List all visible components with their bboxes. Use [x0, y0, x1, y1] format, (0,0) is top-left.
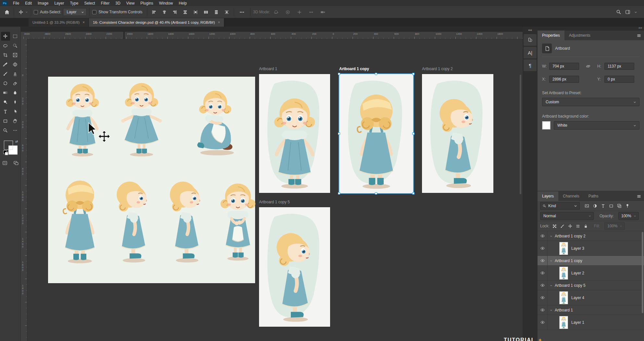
- y-field[interactable]: 0 px: [604, 76, 634, 83]
- lock-transparency-icon[interactable]: [552, 224, 557, 229]
- layer-row[interactable]: Artboard 1 copy 2: [538, 231, 644, 241]
- align-vertical-centers-icon[interactable]: [160, 8, 169, 16]
- artboard-label[interactable]: Artboard 1 copy 5: [259, 200, 290, 204]
- lock-all-icon[interactable]: [583, 224, 588, 229]
- panel-menu-icon[interactable]: [637, 33, 641, 38]
- visibility-eye-icon[interactable]: [538, 290, 548, 305]
- menu-item[interactable]: Select: [81, 1, 98, 6]
- group-chevron-icon[interactable]: [548, 259, 555, 262]
- blur-tool[interactable]: [11, 88, 20, 97]
- menu-item[interactable]: Image: [35, 1, 51, 6]
- 3d-orbit-icon[interactable]: [272, 8, 280, 16]
- show-transform-checkbox[interactable]: [92, 10, 96, 14]
- layer-row[interactable]: Layer 4: [538, 290, 644, 305]
- panel-tab[interactable]: Paths: [584, 191, 603, 201]
- brush-tool[interactable]: [1, 69, 10, 78]
- clone-stamp-tool[interactable]: [11, 69, 20, 78]
- 3d-slide-icon[interactable]: [307, 8, 316, 16]
- align-horizontal-centers-icon[interactable]: [181, 8, 190, 16]
- hand-tool[interactable]: [11, 117, 20, 125]
- panel-tab[interactable]: Properties: [538, 31, 564, 40]
- visibility-eye-icon[interactable]: [538, 305, 548, 315]
- filter-adjustment-layers-icon[interactable]: [592, 203, 598, 208]
- blend-mode-dropdown[interactable]: Normal: [540, 212, 594, 220]
- rectangle-tool[interactable]: [1, 117, 10, 125]
- artboard-canvas-large[interactable]: [48, 77, 255, 283]
- lock-artboard-icon[interactable]: [576, 224, 580, 229]
- layer-name[interactable]: Artboard 1 copy 2: [555, 234, 586, 238]
- artboard-label[interactable]: Artboard 1 copy 2: [422, 67, 453, 71]
- background-color-dropdown[interactable]: White: [554, 121, 639, 130]
- layer-thumbnail[interactable]: [559, 291, 568, 304]
- visibility-eye-icon[interactable]: [538, 281, 548, 290]
- menu-item[interactable]: Layer: [51, 1, 67, 6]
- document-tab[interactable]: Untitled-1 @ 33.3% (RGB/8) ×: [29, 18, 89, 27]
- align-right-edges-icon[interactable]: [171, 8, 179, 16]
- auto-select-target-dropdown[interactable]: Layer: [63, 8, 87, 16]
- horizontal-ruler[interactable]: 3000280026002400220020001800160014001200…: [21, 32, 523, 39]
- artboard-label[interactable]: Artboard 1: [259, 67, 277, 71]
- selection-frame[interactable]: [339, 73, 414, 194]
- x-field[interactable]: 2896 px: [549, 76, 579, 83]
- layer-thumbnail[interactable]: [559, 242, 568, 255]
- frame-tool[interactable]: [11, 51, 20, 59]
- swap-colors-icon[interactable]: ⇄: [15, 140, 18, 143]
- visibility-eye-icon[interactable]: [538, 231, 548, 241]
- type-tool[interactable]: [1, 107, 10, 116]
- 3d-roll-icon[interactable]: [284, 8, 292, 16]
- width-field[interactable]: 704 px: [549, 63, 579, 70]
- panel-tab[interactable]: Adjustments: [564, 31, 595, 40]
- canvas-area[interactable]: 3000280026002400220020001800160014001200…: [21, 32, 523, 341]
- tab-close-icon[interactable]: ×: [82, 20, 85, 25]
- edit-toolbar[interactable]: [11, 126, 20, 135]
- panel-menu-icon[interactable]: [637, 194, 641, 199]
- pen-tool[interactable]: [11, 98, 20, 107]
- layer-name[interactable]: Layer 2: [571, 271, 584, 275]
- menu-item[interactable]: Edit: [22, 1, 35, 6]
- resize-handle[interactable]: [412, 73, 415, 75]
- paragraph-panel-icon[interactable]: ¶: [524, 59, 537, 71]
- move-tool-preset[interactable]: [17, 8, 25, 16]
- expand-panels-icon[interactable]: »»: [638, 26, 642, 30]
- artboard-1-copy-5[interactable]: [259, 207, 330, 327]
- chevron-down-icon[interactable]: [25, 10, 28, 14]
- distribute-horizontal-icon[interactable]: [202, 8, 210, 16]
- filter-toggle-icon[interactable]: [625, 203, 630, 208]
- distribute-vertical-icon[interactable]: [212, 8, 221, 16]
- link-dimensions-icon[interactable]: [579, 63, 597, 69]
- layer-row[interactable]: Layer 2: [538, 266, 644, 281]
- history-panel-icon[interactable]: [524, 34, 537, 46]
- resize-handle[interactable]: [412, 133, 415, 135]
- layer-name[interactable]: Layer 1: [571, 320, 584, 325]
- marquee-tool[interactable]: [11, 32, 20, 41]
- resize-handle[interactable]: [412, 192, 415, 195]
- menu-item[interactable]: Window: [156, 1, 176, 6]
- default-colors-icon[interactable]: [3, 150, 7, 154]
- visibility-eye-icon[interactable]: [538, 256, 548, 265]
- 3d-camera-icon[interactable]: [319, 8, 327, 16]
- layer-name[interactable]: Layer 4: [571, 296, 584, 300]
- preset-dropdown[interactable]: Custom: [542, 98, 639, 106]
- layer-row[interactable]: Layer 3: [538, 241, 644, 256]
- height-field[interactable]: 1137 px: [604, 63, 634, 70]
- distribute-spacing-icon[interactable]: [223, 8, 231, 16]
- panel-tab[interactable]: Channels: [558, 191, 584, 201]
- eyedropper-tool[interactable]: [1, 60, 10, 69]
- menu-item[interactable]: 3D: [112, 1, 123, 6]
- collapse-panels-icon[interactable]: ««: [523, 27, 538, 33]
- gradient-tool[interactable]: [1, 88, 10, 97]
- crop-tool[interactable]: [1, 51, 10, 59]
- quick-mask-icon[interactable]: [2, 160, 8, 166]
- foreground-color-swatch[interactable]: [4, 141, 13, 150]
- vertical-ruler[interactable]: 020040060080010001200140016001800: [21, 39, 27, 341]
- eraser-tool[interactable]: [11, 79, 20, 88]
- lock-position-icon[interactable]: [568, 224, 573, 229]
- opacity-field[interactable]: 100%: [618, 212, 639, 220]
- move-tool[interactable]: [1, 32, 10, 41]
- group-chevron-icon[interactable]: [548, 284, 555, 287]
- screen-mode-icon[interactable]: [13, 160, 19, 166]
- filter-type-layers-icon[interactable]: [601, 203, 606, 208]
- filter-pixel-layers-icon[interactable]: [584, 203, 589, 208]
- menu-item[interactable]: Filter: [98, 1, 113, 6]
- resize-handle[interactable]: [375, 192, 377, 195]
